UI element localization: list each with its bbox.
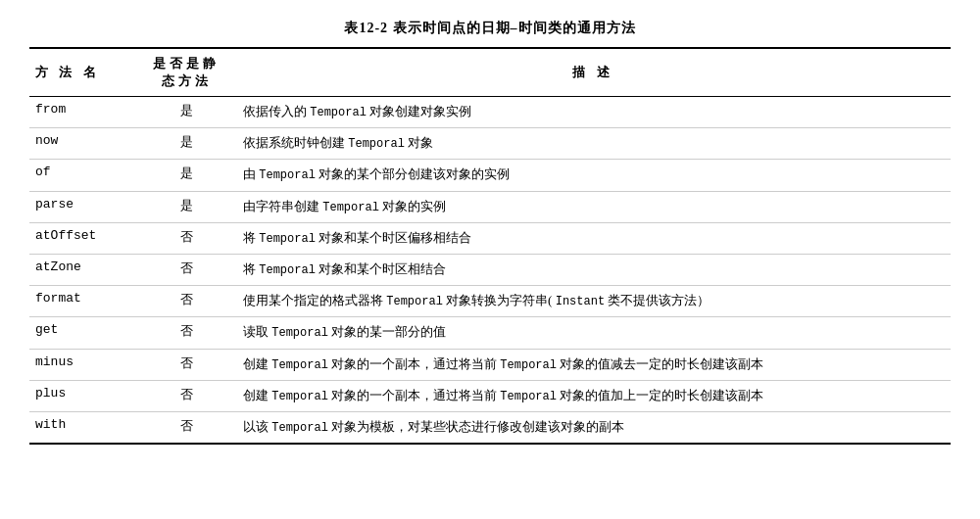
cell-desc: 读取 Temporal 对象的某一部分的值	[235, 317, 951, 349]
cell-desc: 创建 Temporal 对象的一个副本，通过将当前 Temporal 对象的值减…	[235, 349, 951, 380]
table-row: of是由 Temporal 对象的某个部分创建该对象的实例	[29, 160, 951, 191]
cell-static: 否	[137, 222, 235, 254]
cell-desc: 将 Temporal 对象和某个时区偏移相结合	[235, 222, 951, 254]
cell-static: 否	[137, 254, 235, 285]
table-header-row: 方 法 名 是否是静态方法 描 述	[29, 48, 951, 97]
table-title: 表12-2 表示时间点的日期–时间类的通用方法	[29, 20, 951, 37]
header-desc: 描 述	[235, 48, 951, 97]
table-row: minus否创建 Temporal 对象的一个副本，通过将当前 Temporal…	[29, 349, 951, 380]
cell-method: of	[29, 160, 137, 191]
cell-desc: 将 Temporal 对象和某个时区相结合	[235, 254, 951, 285]
cell-method: with	[29, 411, 137, 444]
table-row: now是依据系统时钟创建 Temporal 对象	[29, 128, 951, 160]
cell-desc: 由字符串创建 Temporal 对象的实例	[235, 191, 951, 222]
cell-static: 否	[137, 411, 235, 444]
cell-static: 是	[137, 97, 235, 128]
cell-static: 否	[137, 286, 235, 317]
cell-method: from	[29, 97, 137, 128]
cell-desc: 依据传入的 Temporal 对象创建对象实例	[235, 97, 951, 128]
table-row: plus否创建 Temporal 对象的一个副本，通过将当前 Temporal …	[29, 380, 951, 411]
cell-method: atOffset	[29, 222, 137, 254]
cell-desc: 创建 Temporal 对象的一个副本，通过将当前 Temporal 对象的值加…	[235, 380, 951, 411]
table-row: from是依据传入的 Temporal 对象创建对象实例	[29, 97, 951, 128]
table-row: atZone否将 Temporal 对象和某个时区相结合	[29, 254, 951, 285]
cell-method: plus	[29, 380, 137, 411]
cell-method: atZone	[29, 254, 137, 285]
table-row: get否读取 Temporal 对象的某一部分的值	[29, 317, 951, 349]
cell-static: 是	[137, 128, 235, 160]
cell-static: 否	[137, 380, 235, 411]
table-row: parse是由字符串创建 Temporal 对象的实例	[29, 191, 951, 222]
cell-static: 是	[137, 160, 235, 191]
main-table: 方 法 名 是否是静态方法 描 述 from是依据传入的 Temporal 对象…	[29, 47, 951, 445]
cell-method: get	[29, 317, 137, 349]
cell-method: now	[29, 128, 137, 160]
cell-desc: 以该 Temporal 对象为模板，对某些状态进行修改创建该对象的副本	[235, 411, 951, 444]
header-static: 是否是静态方法	[137, 48, 235, 97]
cell-method: parse	[29, 191, 137, 222]
cell-static: 否	[137, 349, 235, 380]
cell-static: 是	[137, 191, 235, 222]
cell-method: format	[29, 286, 137, 317]
cell-method: minus	[29, 349, 137, 380]
table-row: with否以该 Temporal 对象为模板，对某些状态进行修改创建该对象的副本	[29, 411, 951, 444]
cell-desc: 依据系统时钟创建 Temporal 对象	[235, 128, 951, 160]
cell-desc: 由 Temporal 对象的某个部分创建该对象的实例	[235, 160, 951, 191]
table-row: atOffset否将 Temporal 对象和某个时区偏移相结合	[29, 222, 951, 254]
cell-static: 否	[137, 317, 235, 349]
header-method: 方 法 名	[29, 48, 137, 97]
cell-desc: 使用某个指定的格式器将 Temporal 对象转换为字符串( Instant 类…	[235, 286, 951, 317]
table-row: format否使用某个指定的格式器将 Temporal 对象转换为字符串( In…	[29, 286, 951, 317]
